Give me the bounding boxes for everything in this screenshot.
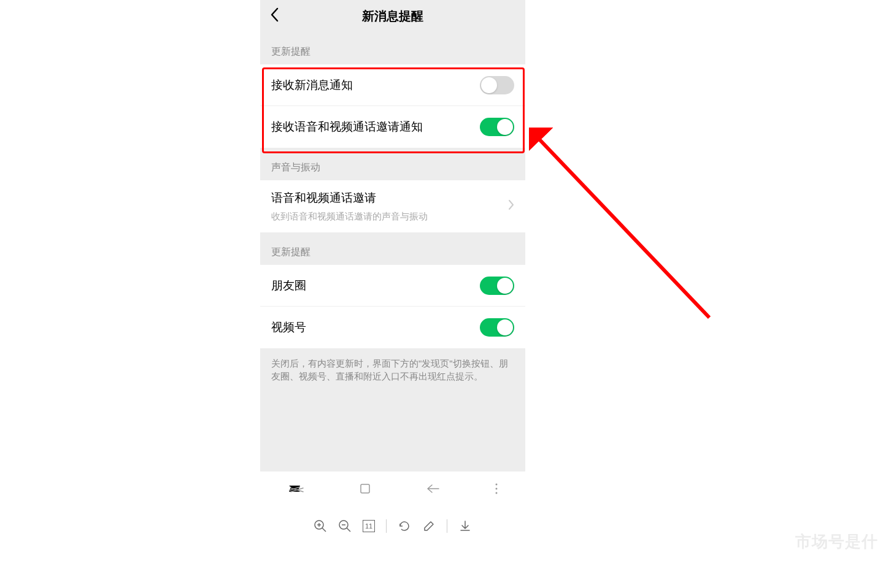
toolbar-separator — [447, 519, 447, 533]
section-1-group: 接收新消息通知 接收语音和视频通话邀请通知 — [260, 64, 525, 148]
section-footnote: 关闭后，有内容更新时，界面下方的"发现页"切换按钮、朋友圈、视频号、直播和附近入… — [260, 348, 525, 391]
app-header: 新消息提醒 — [260, 0, 525, 32]
row-label: 语音和视频通话邀请 — [271, 190, 428, 206]
phone-screen: 新消息提醒 更新提醒 接收新消息通知 接收语音和视频通话邀请通知 声音与振动 语… — [260, 0, 525, 508]
page-title: 新消息提醒 — [260, 8, 525, 25]
section-2-group: 语音和视频通话邀请 收到语音和视频通话邀请的声音与振动 — [260, 180, 525, 232]
rotate-button[interactable] — [398, 519, 411, 533]
chevron-right-icon — [508, 199, 514, 213]
page-number: 11 — [363, 520, 375, 532]
system-nav-bar — [260, 471, 525, 508]
row-voice-video-invite-sound[interactable]: 语音和视频通话邀请 收到语音和视频通话邀请的声音与振动 — [260, 180, 525, 232]
svg-line-7 — [535, 135, 709, 318]
svg-point-5 — [495, 492, 497, 494]
nav-recents-icon[interactable] — [287, 483, 304, 497]
row-label: 视频号 — [271, 319, 306, 335]
svg-rect-2 — [361, 484, 369, 493]
zoom-out-button[interactable] — [338, 519, 352, 533]
download-button[interactable] — [458, 519, 472, 533]
annotation-arrow — [529, 128, 719, 330]
toolbar-separator — [386, 519, 387, 533]
zoom-in-button[interactable] — [314, 519, 327, 533]
nav-home-icon[interactable] — [359, 483, 371, 497]
page-number-indicator[interactable]: 11 — [363, 520, 375, 532]
svg-line-13 — [347, 528, 350, 532]
section-title-3: 更新提醒 — [260, 232, 525, 265]
svg-point-4 — [495, 487, 497, 489]
toggle-new-message[interactable] — [480, 76, 514, 94]
row-channels[interactable]: 视频号 — [260, 307, 525, 348]
toggle-moments[interactable] — [480, 277, 514, 295]
back-button[interactable] — [270, 7, 279, 25]
svg-point-3 — [495, 483, 497, 485]
section-title-2: 声音与振动 — [260, 148, 525, 180]
section-title-1: 更新提醒 — [260, 32, 525, 64]
row-label: 接收新消息通知 — [271, 77, 353, 93]
row-voice-video-invite-notify[interactable]: 接收语音和视频通话邀请通知 — [260, 106, 525, 148]
row-label: 接收语音和视频通话邀请通知 — [271, 119, 423, 135]
row-new-message-notify[interactable]: 接收新消息通知 — [260, 64, 525, 106]
nav-back-icon[interactable] — [425, 483, 440, 497]
viewer-toolbar: 11 — [260, 508, 525, 544]
toggle-channels[interactable] — [480, 318, 514, 337]
nav-menu-icon[interactable] — [495, 483, 498, 497]
row-moments[interactable]: 朋友圈 — [260, 265, 525, 307]
edit-button[interactable] — [422, 519, 436, 533]
watermark: 市场号是什 — [795, 531, 878, 552]
toggle-voice-video-invite[interactable] — [480, 118, 514, 136]
row-label: 朋友圈 — [271, 278, 306, 294]
chevron-left-icon — [270, 7, 279, 22]
svg-line-9 — [322, 528, 326, 532]
row-sublabel: 收到语音和视频通话邀请的声音与振动 — [271, 211, 428, 223]
section-3-group: 朋友圈 视频号 — [260, 265, 525, 348]
